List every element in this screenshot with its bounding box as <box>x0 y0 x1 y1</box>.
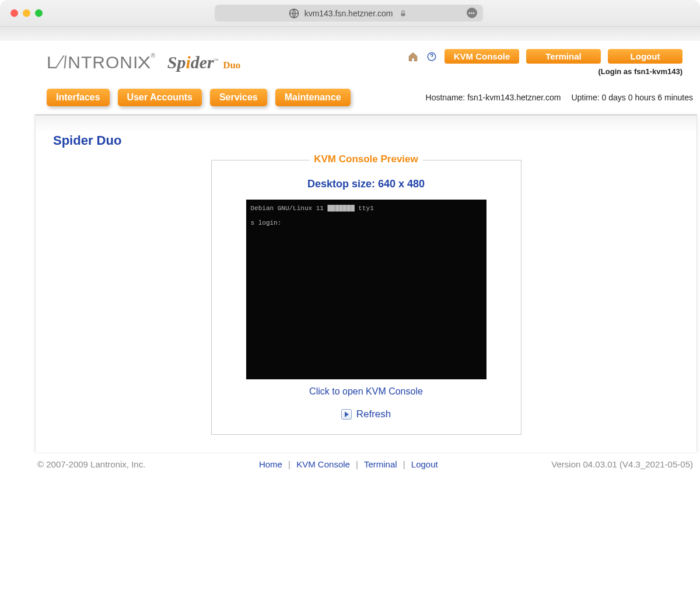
logo-block: L/\NTRONIX® Spider™ Duo <box>47 53 240 72</box>
lantronix-logo: L/\NTRONIX® <box>47 53 156 72</box>
top-strip <box>0 27 700 41</box>
kvm-console-preview[interactable]: Debian GNU/Linux 11 ███████ tty1 s login… <box>246 200 487 379</box>
footer-home-link[interactable]: Home <box>259 459 282 469</box>
tab-maintenance[interactable]: Maintenance <box>275 89 351 106</box>
play-icon <box>341 409 352 420</box>
help-icon[interactable] <box>426 51 438 62</box>
terminal-button[interactable]: Terminal <box>526 49 601 64</box>
registered-mark: ® <box>150 53 155 59</box>
footer-kvm-link[interactable]: KVM Console <box>296 459 350 469</box>
lock-icon <box>397 8 409 19</box>
login-as-label: (Login as fsn1-kvm143) <box>598 67 683 76</box>
tab-interfaces[interactable]: Interfaces <box>47 89 110 106</box>
uptime-status: Uptime: 0 days 0 hours 6 minutes <box>571 93 693 102</box>
fieldset-legend: KVM Console Preview <box>309 153 423 165</box>
header: L/\NTRONIX® Spider™ Duo <box>0 41 700 81</box>
home-icon[interactable] <box>407 51 419 62</box>
console-line: Debian GNU/Linux 11 ███████ tty1 <box>251 203 482 214</box>
hostname-status: Hostname: fsn1-kvm143.hetzner.com <box>426 93 561 102</box>
address-bar[interactable]: kvm143.fsn.hetzner.com ••• <box>215 5 483 22</box>
svg-rect-1 <box>401 13 405 16</box>
close-window-button[interactable] <box>10 9 18 17</box>
maximize-window-button[interactable] <box>35 9 43 17</box>
footer: © 2007-2009 Lantronix, Inc. Home | KVM C… <box>0 452 700 469</box>
version-label: Version 04.03.01 (V4.3_2021-05-05) <box>551 459 693 469</box>
page-title: Spider Duo <box>36 116 696 154</box>
copyright: © 2007-2009 Lantronix, Inc. <box>37 459 145 469</box>
kvm-console-button[interactable]: KVM Console <box>444 49 519 64</box>
extension-icon[interactable]: ••• <box>467 8 477 18</box>
open-kvm-console-link[interactable]: Click to open KVM Console <box>223 386 509 397</box>
browser-chrome: kvm143.fsn.hetzner.com ••• <box>0 0 700 27</box>
globe-icon <box>288 8 300 19</box>
spider-duo-logo: Spider™ Duo <box>167 53 241 72</box>
menu-tabs: Interfaces User Accounts Services Mainte… <box>47 89 351 106</box>
footer-logout-link[interactable]: Logout <box>411 459 438 469</box>
logout-button[interactable]: Logout <box>608 49 682 64</box>
menu-row: Interfaces User Accounts Services Mainte… <box>0 81 700 111</box>
url-text: kvm143.fsn.hetzner.com <box>304 9 393 18</box>
window-controls <box>10 9 43 17</box>
desktop-size-label: Desktop size: 640 x 480 <box>223 178 509 190</box>
tab-user-accounts[interactable]: User Accounts <box>118 89 202 106</box>
tab-services[interactable]: Services <box>210 89 267 106</box>
console-line: s login: <box>251 218 482 229</box>
footer-links: Home | KVM Console | Terminal | Logout <box>259 459 438 469</box>
content-frame: Spider Duo KVM Console Preview Desktop s… <box>35 114 697 452</box>
refresh-link[interactable]: Refresh <box>223 409 509 420</box>
kvm-preview-fieldset: KVM Console Preview Desktop size: 640 x … <box>211 160 522 435</box>
minimize-window-button[interactable] <box>23 9 30 17</box>
footer-terminal-link[interactable]: Terminal <box>364 459 397 469</box>
